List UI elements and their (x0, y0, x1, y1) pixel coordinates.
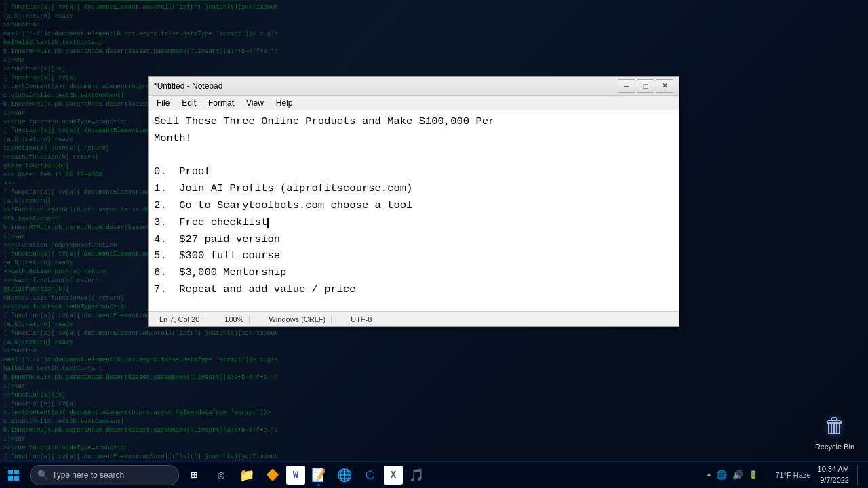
recycle-bin[interactable]: 🗑 Recycle Bin (815, 413, 854, 451)
system-tray: ▲ 🌐 🔊 🔋 71°F Haze 10:34 AM 9/7/2022 (700, 464, 868, 485)
notepad-menubar: File Edit Format View Help (149, 96, 679, 110)
line-ending: Windows (CRLF) (263, 315, 332, 323)
task-view-button[interactable]: ⊞ (182, 463, 206, 487)
menu-edit[interactable]: Edit (176, 97, 201, 109)
taskbar-apps: ◎ 📁 🔶 W 📝 🌐 ⬡ X 🎵 (209, 463, 429, 487)
tray-time-display: 10:34 AM (818, 464, 849, 474)
minimize-button[interactable]: ─ (618, 79, 635, 93)
tray-icons: ▲ 🌐 🔊 🔋 (705, 468, 760, 482)
notepad-title: *Untitled - Notepad (154, 81, 222, 91)
start-button[interactable] (0, 462, 27, 489)
windows-logo-icon (8, 470, 19, 481)
notepad-titlebar: *Untitled - Notepad ─ □ ✕ (149, 77, 679, 96)
tray-volume-icon[interactable]: 🔊 (731, 468, 745, 482)
menu-view[interactable]: View (241, 97, 269, 109)
tray-weather[interactable]: 71°F Haze (774, 470, 812, 481)
tray-date-display: 9/7/2022 (818, 475, 849, 485)
recycle-bin-icon: 🗑 (824, 413, 846, 440)
taskbar-app-cortana[interactable]: ◎ (209, 463, 233, 487)
search-bar[interactable]: 🔍 Type here to search (30, 465, 179, 485)
notepad-text-area[interactable]: Sell These Three Online Products and Mak… (149, 110, 679, 311)
menu-help[interactable]: Help (271, 97, 298, 109)
encoding: UTF-8 (345, 315, 377, 323)
tray-network-icon[interactable]: 🌐 (715, 468, 728, 482)
desktop: { function(a){ tv(a){ documentElement.aq… (0, 0, 868, 488)
tray-up-arrow[interactable]: ▲ (705, 470, 712, 480)
svg-rect-0 (8, 470, 13, 474)
titlebar-buttons: ─ □ ✕ (618, 79, 673, 93)
close-button[interactable]: ✕ (656, 79, 673, 93)
maximize-button[interactable]: □ (637, 79, 654, 93)
zoom-level: 100% (219, 315, 250, 323)
tray-clock[interactable]: 10:34 AM 9/7/2022 (818, 464, 849, 485)
taskbar-app-spotify[interactable]: 🎵 (404, 463, 429, 487)
svg-rect-3 (14, 476, 19, 481)
notepad-window: *Untitled - Notepad ─ □ ✕ File Edit Form… (148, 76, 679, 327)
show-desktop-button[interactable] (857, 465, 863, 485)
tray-battery-icon[interactable]: 🔋 (747, 469, 760, 481)
taskbar-app-fileexplorer[interactable]: 📁 (235, 463, 259, 487)
svg-rect-2 (8, 476, 13, 481)
menu-file[interactable]: File (151, 97, 175, 109)
search-placeholder: Type here to search (52, 470, 124, 480)
taskbar: 🔍 Type here to search ⊞ ◎ 📁 🔶 W 📝 🌐 ⬡ X … (0, 461, 868, 488)
search-icon: 🔍 (37, 470, 48, 481)
cursor-position: Ln 7, Col 20 (154, 315, 205, 323)
taskbar-app-appx[interactable]: 🔶 (260, 463, 285, 487)
svg-rect-1 (14, 470, 19, 474)
taskbar-app-notepad[interactable]: 📝 (307, 463, 331, 487)
taskbar-app-excel[interactable]: X (384, 466, 403, 485)
taskbar-app-browser[interactable]: 🌐 (332, 463, 357, 487)
menu-format[interactable]: Format (203, 97, 239, 109)
recycle-bin-label: Recycle Bin (815, 443, 854, 451)
taskbar-app-blue[interactable]: ⬡ (358, 463, 382, 487)
notepad-statusbar: Ln 7, Col 20 100% Windows (CRLF) UTF-8 (149, 311, 679, 326)
taskbar-app-word[interactable]: W (286, 466, 305, 485)
